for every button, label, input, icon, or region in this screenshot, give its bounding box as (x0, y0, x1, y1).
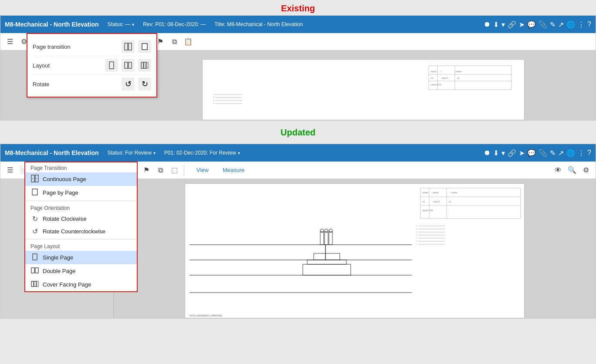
upd-sidebar-toggle-btn[interactable]: ☰ (4, 164, 16, 176)
updated-toolbar-container: ☰ 📄 69% ▾ − + ☝ + 📄 ⚑ ⧉ ⬚ View Measure 👁… (0, 162, 596, 179)
dropdown-page-transition-header: Page Transition (25, 162, 137, 172)
dropdown-single-page-item[interactable]: Single Page (25, 251, 137, 264)
view-measure-bar: View Measure (188, 164, 254, 176)
layout-double-btn[interactable] (122, 59, 135, 72)
upd-record-icon[interactable]: ⏺ (484, 149, 491, 157)
upd-flag-btn[interactable]: ⚑ (140, 164, 152, 176)
existing-rev: Rev: P01: 08-Dec-2020: — (143, 21, 206, 27)
dropdown-double-page-label: Double Page (43, 268, 75, 274)
cover-facing-icon (30, 280, 39, 289)
dropdown-continuous-page-item[interactable]: Continuous Page (25, 172, 137, 186)
updated-status[interactable]: Status: For Review ▾ (107, 150, 155, 156)
upd-send-icon[interactable]: ➤ (519, 149, 525, 157)
rotate-icons: ↺ ↻ (122, 78, 151, 91)
updated-status-text: Status: For Review (107, 150, 151, 156)
page-transition-row: Page transition (33, 37, 151, 56)
sidebar-toggle-btn[interactable]: ☰ (4, 36, 16, 48)
upd-search-btn[interactable]: 🔍 (566, 164, 578, 176)
svg-rect-36 (37, 281, 38, 286)
svg-text:3. xxxxxxxxxxxxxxxxxxxxxxxxxxx: 3. xxxxxxxxxxxxxxxxxxxxxxxxxxxxxxx (416, 231, 445, 233)
upd-eye-icon[interactable]: 👁 (552, 164, 564, 176)
dropdown-cover-facing-item[interactable]: Cover Facing Page (25, 278, 137, 291)
svg-text:2. xxxxxxxxxxxxxxxxxxxxxxxxxxx: 2. xxxxxxxxxxxxxxxxxxxxxxxxxxxxxxx (213, 96, 242, 98)
continuous-page-icon (30, 175, 39, 184)
upd-chat-icon[interactable]: 💬 (527, 149, 536, 157)
svg-rect-33 (35, 268, 38, 273)
layout-cover-btn[interactable] (138, 59, 151, 72)
upd-globe-icon[interactable]: 🌐 (566, 149, 575, 157)
attach-icon[interactable]: 📎 (538, 20, 547, 29)
upd-marquee-btn[interactable]: ⬚ (168, 164, 180, 176)
upd-toolbar-sep-2 (184, 165, 184, 175)
upd-link-icon[interactable]: 🔗 (508, 149, 516, 157)
svg-point-64 (325, 229, 328, 233)
transition-page-btn[interactable] (138, 40, 151, 53)
svg-text:x1: x1 (431, 77, 433, 79)
svg-text:1. xxxxxxxxxxxxxxxxxxxxxxxxxxx: 1. xxxxxxxxxxxxxxxxxxxxxxxxxxxxxxx (213, 93, 242, 95)
upd-share-icon[interactable]: ↗ (558, 149, 564, 157)
globe-icon[interactable]: 🌐 (566, 20, 575, 29)
share-icon[interactable]: ↗ (558, 20, 564, 29)
download-arrow-icon[interactable]: ▾ (501, 20, 505, 29)
page-transition-icons (122, 40, 151, 53)
single-page-icon (30, 253, 39, 262)
layout-label: Layout (33, 62, 105, 69)
upd-attach-icon[interactable]: 📎 (538, 149, 547, 157)
svg-text:4. xxxxxxxxxxxxxxxxxxxxxxxxxxx: 4. xxxxxxxxxxxxxxxxxxxxxxxxxxxxxxx (416, 234, 445, 236)
rotate-cw-btn[interactable]: ↻ (138, 78, 151, 91)
chat-icon[interactable]: 💬 (527, 20, 536, 29)
dropdown-rotate-clockwise-item[interactable]: ↻ Rotate Clockwise (25, 212, 137, 225)
view-tab[interactable]: View (190, 164, 216, 176)
link-icon[interactable]: 🔗 (508, 20, 516, 29)
more-vert-icon[interactable]: ⋮ (578, 20, 585, 29)
paste-btn[interactable]: 📋 (182, 36, 194, 48)
svg-rect-69 (303, 264, 351, 275)
transition-continuous-btn[interactable] (122, 40, 135, 53)
upd-help-icon[interactable]: ? (587, 149, 591, 157)
svg-text:xxxx 2: xxxx 2 (442, 77, 448, 79)
existing-header: M8-Mechanical - North Elevation Status: … (0, 16, 596, 33)
dropdown-page-by-page-item[interactable]: Page by Page (25, 186, 137, 199)
dropdown-double-page-item[interactable]: Double Page (25, 264, 137, 278)
copy-btn[interactable]: ⧉ (168, 36, 180, 48)
edit-icon[interactable]: ✎ (550, 20, 555, 29)
existing-status-text: Status: — (107, 21, 130, 27)
download-icon[interactable]: ⬇ (493, 20, 499, 29)
svg-rect-30 (32, 189, 37, 195)
rotate-label: Rotate (33, 81, 122, 88)
layout-icons (105, 59, 151, 72)
svg-rect-0 (125, 43, 128, 50)
updated-header: M8-Mechanical - North Elevation Status: … (0, 144, 596, 162)
svg-text:3. xxxxxxxxxxxxxxxxxxxxxxxxxxx: 3. xxxxxxxxxxxxxxxxxxxxxxxxxxxxxxx (213, 99, 242, 101)
updated-label: Updated (0, 124, 596, 139)
existing-label: Existing (0, 0, 596, 15)
measure-tab[interactable]: Measure (216, 164, 252, 176)
upd-download-arrow-icon[interactable]: ▾ (501, 149, 505, 157)
existing-section: M8-Mechanical - North Elevation Status: … (0, 15, 596, 121)
record-icon[interactable]: ⏺ (484, 20, 491, 28)
upd-more-vert-icon[interactable]: ⋮ (578, 149, 585, 157)
rotate-ccw-btn[interactable]: ↺ (122, 78, 135, 91)
existing-doc-svg: xxxxx ↓ ↓ ↓xxxxx x1 xxxx 2 x1 xxxxx:1.01… (211, 64, 516, 116)
svg-rect-4 (109, 62, 114, 69)
dropdown-rotate-counterclockwise-item[interactable]: ↺ Rotate Counterclockwise (25, 225, 137, 238)
updated-rev[interactable]: P01: 02-Dec-2020: For Review ▾ (164, 150, 240, 156)
existing-toolbar-container: ☰ ⚙ ✋ ↖ − + 64% ▾ + 📄 ⚑ ⧉ 📋 Page transit… (0, 33, 596, 51)
layout-single-btn[interactable] (105, 59, 118, 72)
dropdown-continuous-page-label: Continuous Page (43, 176, 86, 182)
existing-header-icons: ⏺ ⬇ ▾ 🔗 ➤ 💬 📎 ✎ ↗ 🌐 ⋮ ? (484, 20, 591, 29)
upd-settings-btn[interactable]: ⚙ (580, 164, 592, 176)
svg-text:1. xxxxxxxxxxxxxxxxxxxxxxxxxxx: 1. xxxxxxxxxxxxxxxxxxxxxxxxxxxxxxx (416, 225, 445, 227)
svg-text:x1: x1 (449, 200, 451, 203)
svg-text:↓ ↓: ↓ ↓ (440, 70, 442, 73)
rotate-row: Rotate ↺ ↻ (33, 75, 151, 93)
send-icon[interactable]: ➤ (519, 20, 525, 29)
dropdown-rotate-ccw-label: Rotate Counterclockwise (43, 228, 105, 235)
upd-download-icon[interactable]: ⬇ (493, 149, 499, 157)
upd-edit-icon[interactable]: ✎ (550, 149, 555, 157)
help-icon[interactable]: ? (587, 20, 591, 28)
svg-text:↓xxxxx: ↓xxxxx (455, 70, 462, 73)
existing-status[interactable]: Status: — ▾ (107, 21, 134, 27)
svg-rect-35 (34, 281, 36, 286)
upd-copy-btn[interactable]: ⧉ (154, 164, 166, 176)
